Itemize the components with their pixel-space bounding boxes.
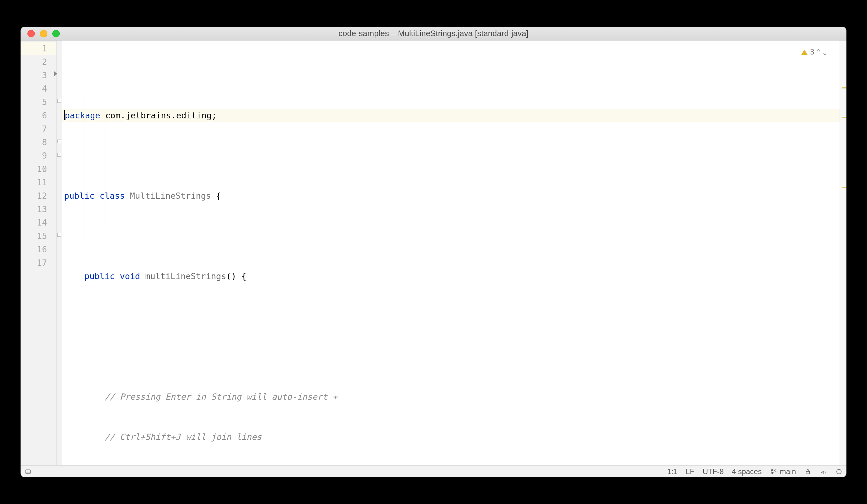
class-name: MultiLineStrings: [130, 191, 211, 201]
punct: {: [211, 191, 221, 201]
indent-guide: [84, 95, 84, 242]
warning-count: 3: [810, 45, 814, 59]
chevron-down-icon[interactable]: ⌄: [823, 45, 827, 59]
line-number[interactable]: 15: [21, 229, 56, 243]
indent-guide: [105, 109, 105, 229]
chevron-up-icon[interactable]: ⌃: [816, 45, 821, 59]
statusbar: 1:1 LF UTF-8 4 spaces main: [21, 465, 846, 477]
line-number[interactable]: 1: [21, 42, 56, 55]
svg-point-4: [774, 470, 776, 471]
line-number[interactable]: 8: [21, 136, 56, 149]
keyword: public: [64, 191, 95, 201]
code-line[interactable]: package com.jetbrains.editing;: [62, 109, 839, 122]
svg-rect-7: [837, 469, 842, 474]
line-number[interactable]: 3: [21, 68, 56, 82]
tool-windows-toggle-icon[interactable]: [24, 468, 32, 475]
warning-stripe-mark[interactable]: [842, 117, 846, 118]
svg-point-6: [823, 472, 824, 473]
line-number[interactable]: 12: [21, 189, 56, 203]
keyword: package: [65, 110, 100, 120]
line-number[interactable]: 7: [21, 122, 56, 136]
error-stripe[interactable]: [839, 41, 846, 465]
code-line[interactable]: // Ctrl+Shift+J will join lines: [62, 430, 839, 443]
minimize-window-button[interactable]: [40, 30, 47, 37]
line-number-gutter[interactable]: 1 2 3 4 5 6 7 8 9 10 11 12 13 14 15 16 1…: [21, 41, 57, 465]
goto-icon[interactable]: [835, 468, 843, 475]
line-number[interactable]: 5: [21, 95, 56, 109]
svg-point-2: [771, 469, 773, 471]
inspections-widget[interactable]: 3 ⌃ ⌄: [800, 45, 829, 60]
package-path: com.jetbrains.editing: [100, 110, 212, 120]
svg-point-3: [771, 473, 773, 474]
editor-area: 1 2 3 4 5 6 7 8 9 10 11 12 13 14 15 16 1…: [21, 41, 846, 465]
warning-icon: [801, 50, 807, 55]
line-number[interactable]: 17: [21, 256, 56, 269]
comment: // Ctrl+Shift+J will join lines: [105, 432, 261, 442]
close-window-button[interactable]: [28, 30, 35, 37]
indent-setting[interactable]: 4 spaces: [732, 467, 762, 476]
keyword: public: [84, 271, 115, 281]
fold-toggle-icon[interactable]: -: [57, 99, 61, 103]
line-number[interactable]: 9: [21, 149, 56, 162]
line-number[interactable]: 4: [21, 82, 56, 95]
window-controls: [21, 30, 60, 37]
caret-position[interactable]: 1:1: [667, 467, 678, 476]
titlebar[interactable]: code-samples – MultiLineStrings.java [st…: [21, 27, 846, 41]
method-name: multiLineStrings: [145, 271, 226, 281]
keyword: class: [100, 191, 125, 201]
punct: ;: [212, 110, 216, 120]
run-marker-icon[interactable]: [54, 71, 57, 76]
code-line[interactable]: public void multiLineStrings() {: [62, 269, 839, 283]
svg-rect-5: [806, 471, 810, 474]
ide-settings-icon[interactable]: [820, 468, 827, 475]
file-encoding[interactable]: UTF-8: [703, 467, 724, 476]
fold-gutter[interactable]: - - - -: [57, 41, 62, 465]
window-title: code-samples – MultiLineStrings.java [st…: [21, 29, 846, 38]
line-number[interactable]: 11: [21, 176, 56, 189]
line-number[interactable]: 10: [21, 162, 56, 176]
code-line[interactable]: public class MultiLineStrings {: [62, 189, 839, 203]
line-number[interactable]: 2: [21, 55, 56, 68]
zoom-window-button[interactable]: [52, 30, 60, 37]
fold-toggle-icon[interactable]: -: [57, 233, 61, 237]
line-number[interactable]: 13: [21, 203, 56, 216]
keyword: void: [120, 271, 140, 281]
line-number[interactable]: 16: [21, 243, 56, 256]
code-line[interactable]: // Pressing Enter in String will auto-in…: [62, 390, 839, 404]
code-line[interactable]: [62, 149, 839, 162]
code-editor[interactable]: package com.jetbrains.editing; public cl…: [62, 41, 839, 465]
line-separator[interactable]: LF: [686, 467, 695, 476]
line-number[interactable]: 6: [21, 109, 56, 122]
branch-icon: [770, 468, 777, 475]
code-line[interactable]: [62, 310, 839, 323]
warning-stripe-mark[interactable]: [842, 87, 846, 88]
lock-icon[interactable]: [804, 468, 812, 475]
punct: {: [236, 271, 247, 281]
ide-window: code-samples – MultiLineStrings.java [st…: [21, 27, 846, 477]
git-branch[interactable]: main: [770, 467, 796, 476]
fold-toggle-icon[interactable]: -: [57, 140, 61, 143]
comment: // Pressing Enter in String will auto-in…: [105, 392, 338, 401]
line-number[interactable]: 14: [21, 216, 56, 229]
punct: (): [226, 271, 236, 281]
branch-name: main: [780, 467, 796, 476]
code-line[interactable]: [62, 350, 839, 363]
code-line[interactable]: [62, 229, 839, 243]
warning-stripe-mark[interactable]: [842, 187, 846, 188]
fold-toggle-icon[interactable]: -: [57, 153, 61, 157]
